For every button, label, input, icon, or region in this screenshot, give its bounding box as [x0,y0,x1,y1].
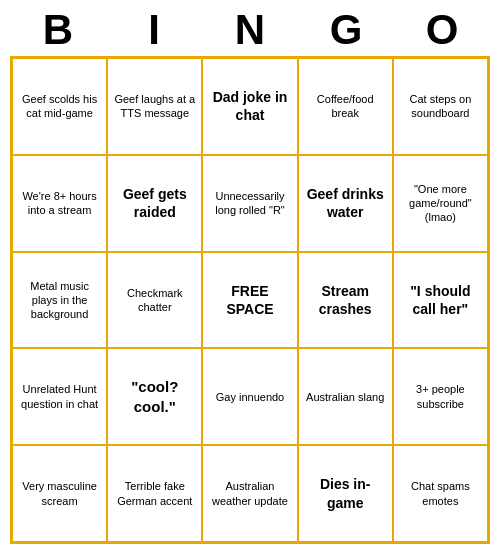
bingo-cell: Geef drinks water [298,155,393,252]
bingo-cell: Very masculine scream [12,445,107,542]
bingo-cell: Metal music plays in the background [12,252,107,349]
bingo-cell: We're 8+ hours into a stream [12,155,107,252]
bingo-cell: "cool? cool." [107,348,202,445]
bingo-cell: Australian slang [298,348,393,445]
letter-n: N [210,6,290,54]
letter-i: I [114,6,194,54]
letter-b: B [18,6,98,54]
letter-o: O [402,6,482,54]
bingo-cell: Stream crashes [298,252,393,349]
bingo-cell: FREE SPACE [202,252,297,349]
bingo-cell: Terrible fake German accent [107,445,202,542]
bingo-grid: Geef scolds his cat mid-gameGeef laughs … [10,56,490,544]
bingo-cell: 3+ people subscribe [393,348,488,445]
bingo-cell: Cat steps on soundboard [393,58,488,155]
bingo-cell: Australian weather update [202,445,297,542]
bingo-cell: Geef scolds his cat mid-game [12,58,107,155]
bingo-cell: Geef laughs at a TTS message [107,58,202,155]
bingo-title: B I N G O [10,0,490,56]
bingo-cell: Unrelated Hunt question in chat [12,348,107,445]
bingo-cell: Dad joke in chat [202,58,297,155]
bingo-cell: Unnecessarily long rolled "R" [202,155,297,252]
letter-g: G [306,6,386,54]
bingo-cell: "I should call her" [393,252,488,349]
bingo-cell: Dies in-game [298,445,393,542]
bingo-cell: Geef gets raided [107,155,202,252]
bingo-cell: Coffee/food break [298,58,393,155]
bingo-cell: Checkmark chatter [107,252,202,349]
bingo-cell: "One more game/round" (lmao) [393,155,488,252]
bingo-cell: Chat spams emotes [393,445,488,542]
bingo-cell: Gay innuendo [202,348,297,445]
